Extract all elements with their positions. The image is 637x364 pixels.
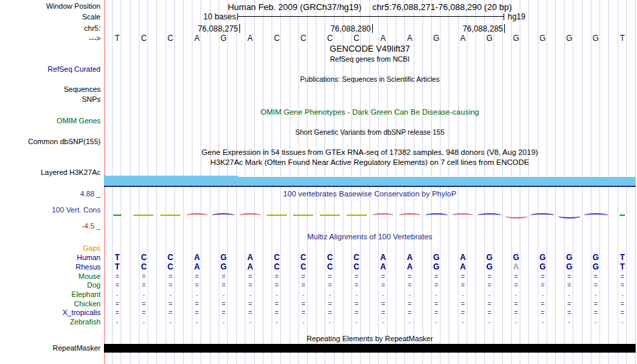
alignment-cell: = xyxy=(563,308,576,317)
label-species-x_tropicalis[interactable]: X_tropicalis xyxy=(62,308,101,316)
ruler-tick xyxy=(504,24,505,33)
alignment-cell: G xyxy=(589,253,603,262)
track-title-gencode[interactable]: GENCODE V49lift37 xyxy=(104,44,636,54)
conservation-mark xyxy=(452,213,473,218)
conservation-mark xyxy=(477,213,502,218)
label-species-mouse[interactable]: Mouse xyxy=(78,272,101,280)
base-letter: G xyxy=(589,34,603,43)
alignment-cell: C xyxy=(270,253,284,262)
label-repeatmasker[interactable]: RepeatMasker xyxy=(52,344,101,352)
alignment-cell: = xyxy=(456,281,469,290)
label-gaps[interactable]: Gaps xyxy=(83,244,101,252)
alignment-cell: - xyxy=(376,290,390,299)
label-species-dog[interactable]: Dog xyxy=(87,281,101,289)
alignment-cell: - xyxy=(323,290,337,299)
track-title-h3k27ac[interactable]: H3K27Ac Mark (Often Found Near Active Re… xyxy=(104,158,636,166)
track-title-phylop[interactable]: 100 vertebrates Basewise Conservation by… xyxy=(104,190,636,198)
alignment-cell: = xyxy=(536,308,549,317)
alignment-cell: G xyxy=(589,263,603,271)
track-title-publications[interactable]: Publications: Sequences in Scientific Ar… xyxy=(104,75,636,83)
scale-value: 10 bases xyxy=(203,12,236,21)
track-title-refseq-ncbi[interactable]: RefSeq genes from NCBI xyxy=(104,55,636,63)
alignment-cell: A xyxy=(376,263,390,271)
base-letter: A xyxy=(403,34,416,43)
alignment-cell: = xyxy=(589,300,603,308)
alignment-cell: = xyxy=(217,308,230,317)
ruler-number: 76,088,275 xyxy=(198,24,238,34)
alignment-cell: = xyxy=(111,300,124,308)
alignment-cell: - xyxy=(430,290,443,299)
label-species-human[interactable]: Human xyxy=(77,253,101,261)
alignment-cell: = xyxy=(111,308,124,317)
alignment-cell: - xyxy=(350,290,363,299)
alignment-cell: G xyxy=(536,263,549,271)
alignment-cell: G xyxy=(563,263,576,271)
label-100-vert-cons[interactable]: 100 Vert. Cons xyxy=(52,206,101,214)
label-common-dbsnp[interactable]: Common dbSNP(155) xyxy=(28,137,101,145)
alignment-cell: - xyxy=(164,318,177,326)
base-letter: C xyxy=(323,34,337,43)
alignment-cell: = xyxy=(217,300,230,308)
track-title-repeatmasker[interactable]: Repeating Elements by RepeatMasker xyxy=(104,335,636,343)
base-letter: G xyxy=(483,34,496,43)
alignment-cell: = xyxy=(376,272,390,281)
label-refseq-curated[interactable]: RefSeq Curated xyxy=(48,65,101,73)
alignment-cell: - xyxy=(137,290,150,299)
repeatmasker-element-bar[interactable] xyxy=(104,344,636,353)
track-title-multiz[interactable]: Multiz Alignments of 100 Vertebrates xyxy=(104,233,636,241)
label-sequences[interactable]: Sequences xyxy=(64,85,101,93)
alignment-cell: C xyxy=(137,253,150,262)
alignment-cell: - xyxy=(111,290,124,299)
alignment-cell: = xyxy=(323,308,337,317)
alignment-cell: = xyxy=(483,300,496,308)
alignment-cell: A xyxy=(403,263,416,271)
base-letter: A xyxy=(190,34,204,43)
alignment-cell: T xyxy=(616,253,629,262)
label-species-zebrafish[interactable]: Zebrafish xyxy=(70,318,101,326)
track-title-dbsnp[interactable]: Short Genetic Variants from dbSNP releas… xyxy=(104,128,636,136)
alignment-cell: - xyxy=(137,318,150,326)
base-letter: C xyxy=(296,34,310,43)
alignment-cell: = xyxy=(563,300,576,308)
alignment-cell: = xyxy=(376,308,390,317)
alignment-cell: = xyxy=(350,308,363,317)
alignment-cell: C xyxy=(296,263,310,271)
alignment-cell: C xyxy=(164,253,177,262)
alignment-cell: = xyxy=(403,281,416,290)
label-snps[interactable]: SNPs xyxy=(82,95,101,103)
alignment-cell: - xyxy=(483,290,496,299)
track-title-gtex[interactable]: Gene Expression in 54 tissues from GTEx … xyxy=(104,148,636,156)
alignment-cell: = xyxy=(430,281,443,290)
alignment-cell: = xyxy=(616,300,629,308)
base-letter: G xyxy=(536,34,549,43)
alignment-cell: = xyxy=(296,308,310,317)
label-species-elephant[interactable]: Elephant xyxy=(72,290,101,298)
label-chr5: chr5: xyxy=(84,24,101,32)
ruler-tick xyxy=(239,24,240,33)
alignment-cell: - xyxy=(296,318,310,326)
label-cons-min: -4.5 _ xyxy=(82,222,101,230)
alignment-cell: - xyxy=(296,290,310,299)
alignment-cell: = xyxy=(111,272,124,281)
alignment-cell: A xyxy=(243,263,257,271)
conservation-mark xyxy=(530,213,555,218)
alignment-cell: = xyxy=(563,281,576,290)
label-layered-h3k27ac[interactable]: Layered H3K27Ac xyxy=(41,168,101,176)
alignment-cell: = xyxy=(350,300,363,308)
h3k27ac-signal-bar-right[interactable] xyxy=(238,177,636,186)
label-omim-genes[interactable]: OMIM Genes xyxy=(57,117,101,125)
alignment-cell: G xyxy=(217,253,230,262)
h3k27ac-signal-bar-left[interactable] xyxy=(104,176,238,186)
label-species-rhesus[interactable]: Rhesus xyxy=(76,263,101,271)
alignment-cell: = xyxy=(483,272,496,281)
label-species-chicken[interactable]: Chicken xyxy=(74,300,101,308)
alignment-cell: = xyxy=(137,300,150,308)
alignment-cell: G xyxy=(430,253,443,262)
alignment-cell: = xyxy=(323,300,337,308)
alignment-cell: = xyxy=(430,308,443,317)
alignment-cell: = xyxy=(296,272,310,281)
scale-bar xyxy=(237,13,504,20)
track-title-omim[interactable]: OMIM Gene Phenotypes - Dark Green Can Be… xyxy=(104,108,636,116)
alignment-cell: - xyxy=(483,318,496,326)
alignment-cell: G xyxy=(217,263,230,271)
